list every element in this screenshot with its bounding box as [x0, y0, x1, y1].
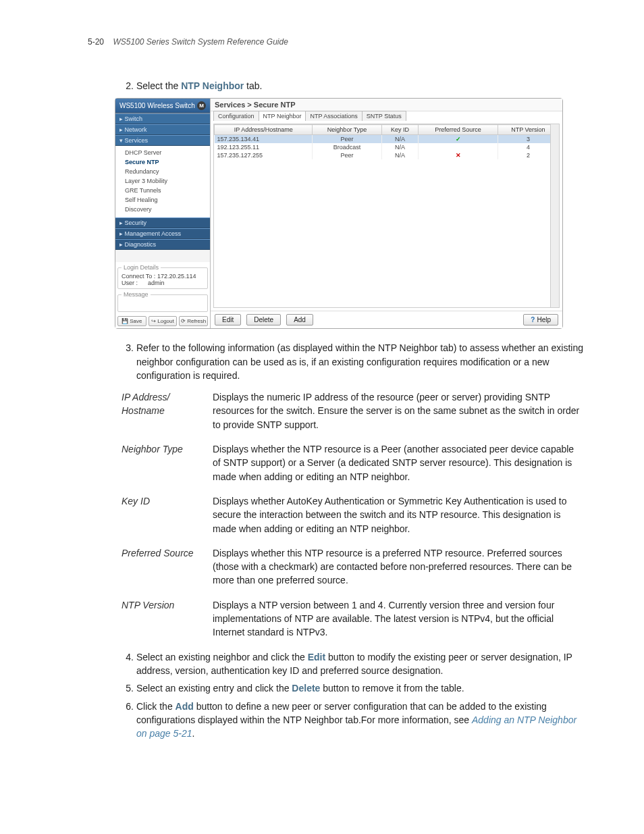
def-desc: Displays the numeric IP address of the r… — [213, 390, 583, 432]
step-2: 2. Select the NTP Neighbor tab. — [88, 79, 583, 93]
tree-redundancy[interactable]: Redundancy — [125, 167, 207, 177]
tab-bar: Configuration NTP Neighbor NTP Associati… — [211, 111, 562, 121]
services-tree: DHCP Server Secure NTP Redundancy Layer … — [115, 146, 210, 217]
def-term: IP Address/ Hostname — [122, 390, 213, 432]
def-term: Neighbor Type — [122, 442, 213, 484]
table-row[interactable]: 157.235.134.41PeerN/A3 — [215, 135, 559, 144]
message-box: Message — [117, 291, 208, 312]
tree-secure-ntp[interactable]: Secure NTP — [125, 158, 207, 167]
def-desc: Displays a NTP version between 1 and 4. … — [213, 598, 583, 640]
app-window: WS5100 Wireless Switch M ▸ Switch ▸ Netw… — [115, 98, 563, 329]
tree-self-healing[interactable]: Self Healing — [125, 196, 207, 205]
nav-diag[interactable]: ▸ Diagnostics — [115, 239, 210, 250]
login-details-box: Login Details Connect To : 172.20.25.114… — [117, 264, 208, 289]
col-ver[interactable]: NTP Version — [498, 125, 558, 135]
def-desc: Displays whether AutoKey Authentication … — [213, 494, 583, 536]
def-desc: Displays whether this NTP resource is a … — [213, 546, 583, 588]
col-type[interactable]: Neighbor Type — [313, 125, 381, 135]
page-header: 5-20 WS5100 Series Switch System Referen… — [88, 37, 583, 47]
tree-dhcp[interactable]: DHCP Server — [125, 149, 207, 158]
logout-button[interactable]: ↪Logout — [149, 316, 178, 326]
connect-to-value: 172.20.25.114 — [157, 273, 196, 280]
user-value: admin — [148, 280, 165, 286]
edit-button[interactable]: Edit — [215, 314, 241, 325]
table-row[interactable]: 157.235.127.255PeerN/A2 — [215, 151, 559, 159]
step-4: 4. Select an existing neighbor and click… — [88, 650, 583, 678]
add-button[interactable]: Add — [286, 314, 313, 325]
doc-title: WS5100 Series Switch System Reference Gu… — [113, 37, 288, 47]
scrollbar[interactable] — [550, 124, 559, 307]
step-3: 3. Refer to the following information (a… — [88, 341, 583, 382]
ntp-table-area: IP Address/Hostname Neighbor Type Key ID… — [213, 124, 560, 308]
page-number: 5-20 — [88, 37, 104, 47]
tab-ntp-associations[interactable]: NTP Associations — [305, 111, 362, 121]
col-ip[interactable]: IP Address/Hostname — [215, 125, 313, 135]
refresh-button[interactable]: ⟳Refresh — [179, 316, 208, 326]
nav-switch[interactable]: ▸ Switch — [115, 113, 210, 124]
save-icon: 💾 — [122, 318, 128, 324]
cross-icon — [456, 152, 461, 159]
sidebar: WS5100 Wireless Switch M ▸ Switch ▸ Netw… — [115, 99, 211, 328]
tab-configuration[interactable]: Configuration — [213, 111, 259, 121]
tab-sntp-status[interactable]: SNTP Status — [362, 111, 406, 121]
logo-icon: M — [197, 101, 206, 110]
help-icon: ? — [531, 316, 535, 323]
nav-mgmt[interactable]: ▸ Management Access — [115, 228, 210, 239]
step-5: 5. Select an existing entry and click th… — [88, 681, 583, 695]
tree-discovery[interactable]: Discovery — [125, 205, 207, 215]
tree-l3-mobility[interactable]: Layer 3 Mobility — [125, 177, 207, 186]
nav-security[interactable]: ▸ Security — [115, 217, 210, 228]
col-key[interactable]: Key ID — [381, 125, 419, 135]
tab-ntp-neighbor[interactable]: NTP Neighbor — [259, 111, 306, 121]
refresh-icon: ⟳ — [181, 318, 186, 324]
save-button[interactable]: 💾Save — [117, 316, 146, 326]
logout-icon: ↪ — [151, 318, 156, 324]
delete-button[interactable]: Delete — [246, 314, 281, 325]
tree-gre[interactable]: GRE Tunnels — [125, 186, 207, 196]
definitions-table: IP Address/ HostnameDisplays the numeric… — [122, 390, 583, 639]
step-6: 6. Click the Add button to define a new … — [88, 700, 583, 741]
def-term: Key ID — [122, 494, 213, 536]
ntp-neighbor-link: NTP Neighbor — [181, 80, 244, 91]
nav-network[interactable]: ▸ Network — [115, 124, 210, 135]
breadcrumb: Services > Secure NTP — [211, 99, 562, 111]
def-term: NTP Version — [122, 598, 213, 640]
def-term: Preferred Source — [122, 546, 213, 588]
table-row[interactable]: 192.123.255.11BroadcastN/A4 — [215, 143, 559, 151]
product-title-bar: WS5100 Wireless Switch M — [115, 99, 210, 113]
help-button[interactable]: ?Help — [523, 314, 558, 325]
def-desc: Displays whether the NTP resource is a P… — [213, 442, 583, 484]
nav-services[interactable]: ▾ Services — [115, 135, 210, 146]
ntp-neighbor-table[interactable]: IP Address/Hostname Neighbor Type Key ID… — [214, 124, 559, 159]
col-pref[interactable]: Preferred Source — [419, 125, 498, 135]
check-icon — [456, 136, 461, 142]
